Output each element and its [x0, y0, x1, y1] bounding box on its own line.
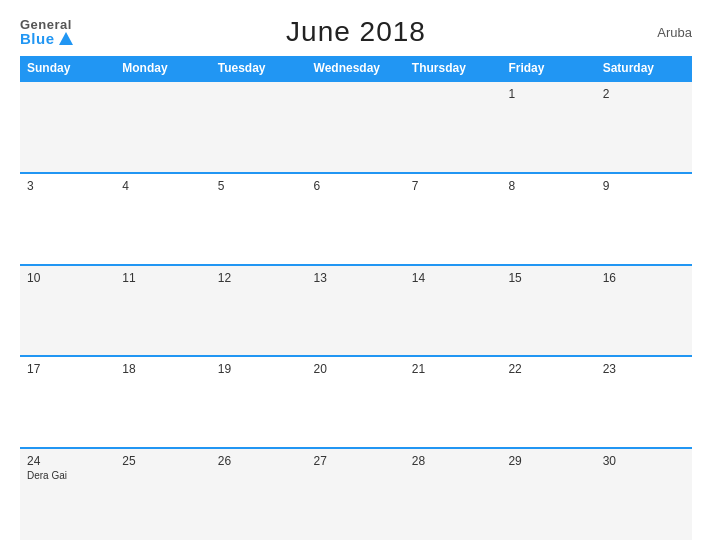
day-number: 18 [122, 362, 203, 376]
day-number: 16 [603, 271, 685, 285]
calendar-cell: 8 [501, 173, 595, 265]
calendar-cell: 30 [596, 448, 692, 540]
col-header-saturday: Saturday [596, 56, 692, 81]
calendar-cell: 5 [211, 173, 307, 265]
day-number: 20 [314, 362, 398, 376]
calendar-cell: 18 [115, 356, 210, 448]
day-number: 15 [508, 271, 588, 285]
calendar-cell: 7 [405, 173, 502, 265]
calendar-cell: 12 [211, 265, 307, 357]
day-number: 3 [27, 179, 108, 193]
calendar-week-row: 12 [20, 81, 692, 173]
day-number: 24 [27, 454, 108, 468]
calendar-cell: 25 [115, 448, 210, 540]
calendar-header-row: SundayMondayTuesdayWednesdayThursdayFrid… [20, 56, 692, 81]
calendar-cell: 24Dera Gai [20, 448, 115, 540]
calendar-cell: 23 [596, 356, 692, 448]
day-number: 23 [603, 362, 685, 376]
calendar-cell: 11 [115, 265, 210, 357]
col-header-monday: Monday [115, 56, 210, 81]
col-header-sunday: Sunday [20, 56, 115, 81]
calendar-cell [307, 81, 405, 173]
calendar-week-row: 10111213141516 [20, 265, 692, 357]
day-number: 19 [218, 362, 300, 376]
event-label: Dera Gai [27, 470, 108, 481]
col-header-tuesday: Tuesday [211, 56, 307, 81]
calendar-cell: 26 [211, 448, 307, 540]
calendar-cell: 13 [307, 265, 405, 357]
calendar-cell: 28 [405, 448, 502, 540]
day-number: 8 [508, 179, 588, 193]
logo: General Blue [20, 18, 73, 46]
calendar-cell: 6 [307, 173, 405, 265]
day-number: 25 [122, 454, 203, 468]
calendar-table: SundayMondayTuesdayWednesdayThursdayFrid… [20, 56, 692, 540]
day-number: 13 [314, 271, 398, 285]
day-number: 1 [508, 87, 588, 101]
day-number: 17 [27, 362, 108, 376]
calendar-cell: 29 [501, 448, 595, 540]
day-number: 22 [508, 362, 588, 376]
calendar-cell: 14 [405, 265, 502, 357]
calendar-cell: 22 [501, 356, 595, 448]
logo-triangle-icon [59, 32, 73, 45]
calendar-cell [211, 81, 307, 173]
day-number: 6 [314, 179, 398, 193]
day-number: 26 [218, 454, 300, 468]
calendar-title: June 2018 [286, 16, 426, 48]
calendar-cell [20, 81, 115, 173]
calendar-cell: 9 [596, 173, 692, 265]
region-label: Aruba [657, 25, 692, 40]
calendar-cell: 2 [596, 81, 692, 173]
day-number: 21 [412, 362, 495, 376]
day-number: 9 [603, 179, 685, 193]
calendar-cell: 27 [307, 448, 405, 540]
calendar-cell: 10 [20, 265, 115, 357]
calendar-cell: 15 [501, 265, 595, 357]
col-header-thursday: Thursday [405, 56, 502, 81]
day-number: 2 [603, 87, 685, 101]
calendar-cell: 19 [211, 356, 307, 448]
calendar-cell: 16 [596, 265, 692, 357]
calendar-cell: 4 [115, 173, 210, 265]
day-number: 12 [218, 271, 300, 285]
calendar-cell [115, 81, 210, 173]
calendar-header: General Blue June 2018 Aruba [20, 18, 692, 46]
day-number: 7 [412, 179, 495, 193]
day-number: 27 [314, 454, 398, 468]
day-number: 29 [508, 454, 588, 468]
calendar-week-row: 3456789 [20, 173, 692, 265]
calendar-cell: 20 [307, 356, 405, 448]
calendar-cell [405, 81, 502, 173]
logo-blue-text: Blue [20, 31, 55, 46]
calendar-cell: 21 [405, 356, 502, 448]
calendar-week-row: 17181920212223 [20, 356, 692, 448]
day-number: 10 [27, 271, 108, 285]
calendar-cell: 17 [20, 356, 115, 448]
day-number: 14 [412, 271, 495, 285]
col-header-friday: Friday [501, 56, 595, 81]
day-number: 28 [412, 454, 495, 468]
day-number: 11 [122, 271, 203, 285]
logo-blue-row: Blue [20, 31, 73, 46]
calendar-cell: 1 [501, 81, 595, 173]
calendar-page: General Blue June 2018 Aruba SundayMonda… [0, 0, 712, 550]
day-number: 30 [603, 454, 685, 468]
col-header-wednesday: Wednesday [307, 56, 405, 81]
day-number: 5 [218, 179, 300, 193]
calendar-week-row: 24Dera Gai252627282930 [20, 448, 692, 540]
day-number: 4 [122, 179, 203, 193]
calendar-cell: 3 [20, 173, 115, 265]
